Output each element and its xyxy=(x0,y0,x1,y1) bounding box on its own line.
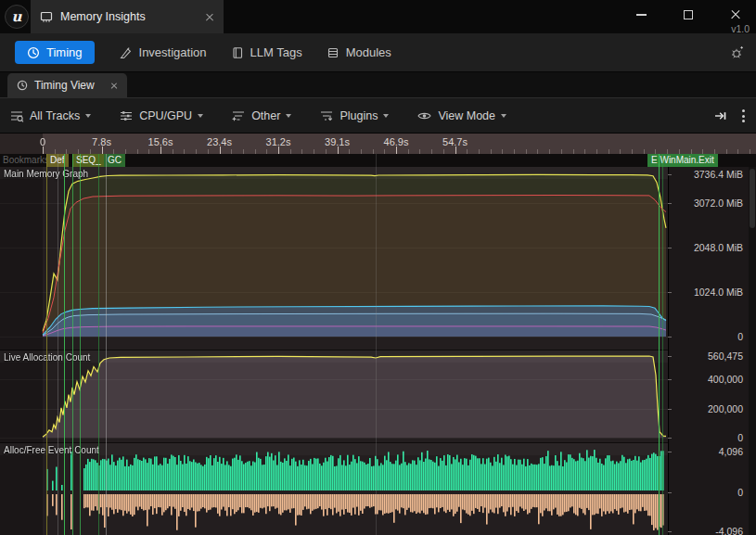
close-doc-tab-icon[interactable] xyxy=(110,82,118,89)
doc-tab-label: Timing View xyxy=(34,79,95,92)
ruler-tick xyxy=(102,146,103,154)
ruler-tick-label: 46.9s xyxy=(384,136,409,147)
axis-tick xyxy=(668,203,672,204)
track-header-live-alloc[interactable]: Live Allocation Count xyxy=(4,352,90,363)
axis-label: 0 xyxy=(737,331,743,342)
timeline-tracks[interactable]: Main Memory Graph Live Allocation Count … xyxy=(0,167,756,535)
axis-tick xyxy=(668,531,672,532)
book-icon xyxy=(231,46,244,59)
maximize-icon xyxy=(684,10,693,19)
ruler-tick xyxy=(455,146,456,154)
alloc-free-events-plot[interactable] xyxy=(0,443,668,535)
investigation-pen-icon xyxy=(119,46,133,59)
filterbar-right-controls xyxy=(713,98,745,134)
ruler-tick-label: 54.7s xyxy=(442,136,468,147)
bug-report-button[interactable] xyxy=(729,45,745,64)
scrollbar-thumb[interactable] xyxy=(750,169,755,228)
timing-marker-chip[interactable]: E WinMain.Exit xyxy=(647,154,718,167)
ruler-tick-label: 23.4s xyxy=(207,136,232,147)
tracks-filter-icon xyxy=(9,109,24,122)
skip-to-end-icon[interactable] xyxy=(713,109,727,122)
filter-plugins[interactable]: Plugins xyxy=(319,109,389,122)
filter-all-tracks[interactable]: All Tracks xyxy=(9,109,91,122)
filter-label: CPU/GPU xyxy=(139,109,192,122)
time-ruler[interactable]: 07.8s15.6s23.4s31.2s39.1s46.9s54.7s xyxy=(0,134,756,154)
track-header-main-memory[interactable]: Main Memory Graph xyxy=(4,169,88,179)
timing-marker-chip[interactable]: SEQ_ xyxy=(72,154,105,167)
main-memory-graph-plot[interactable] xyxy=(0,167,668,350)
tab-timing-view[interactable]: Timing View xyxy=(7,73,127,97)
axis-label: 0 xyxy=(737,487,743,498)
axis-tick xyxy=(668,292,672,293)
track-header-alloc-free[interactable]: Alloc/Free Event Count xyxy=(4,445,99,455)
toolbar-button-label: Modules xyxy=(346,45,391,59)
minimize-icon xyxy=(636,14,647,16)
app-tab-label: Memory Insights xyxy=(60,10,146,23)
axis-label: 400,000 xyxy=(708,374,743,385)
minimize-button[interactable] xyxy=(636,14,647,16)
unreal-logo: u xyxy=(5,5,29,29)
filter-label: View Mode xyxy=(438,109,495,122)
tab-modules[interactable]: Modules xyxy=(327,45,391,59)
chevron-down-icon xyxy=(198,114,203,118)
timing-marker-chip[interactable]: GC xyxy=(104,154,125,167)
track-header-strip xyxy=(0,167,756,179)
filter-toolbar: All Tracks CPU/GPU Other xyxy=(0,98,756,134)
ruler-tick-label: 15.6s xyxy=(148,136,173,147)
modules-icon xyxy=(327,46,340,59)
toolbar-button-label: Timing xyxy=(46,45,83,59)
chevron-down-icon xyxy=(286,114,291,118)
tab-investigation[interactable]: Investigation xyxy=(119,45,207,59)
timing-marker-chip[interactable]: Def xyxy=(46,154,69,167)
ruler-tick xyxy=(338,146,339,154)
overflow-menu-button[interactable] xyxy=(742,109,745,122)
toolbar-button-label: LLM Tags xyxy=(250,45,302,59)
maximize-button[interactable] xyxy=(684,10,693,19)
close-window-button[interactable] xyxy=(730,9,741,20)
filter-label: All Tracks xyxy=(30,109,80,122)
tab-llm-tags[interactable]: LLM Tags xyxy=(231,45,302,59)
live-allocation-plot[interactable] xyxy=(0,350,668,443)
axis-label: -4,096 xyxy=(715,526,743,535)
tab-timing[interactable]: Timing xyxy=(15,41,95,64)
track-header-strip xyxy=(0,350,756,363)
axis-tick xyxy=(668,492,672,493)
close-app-tab-icon[interactable] xyxy=(205,12,214,21)
filter-view-mode[interactable]: View Mode xyxy=(416,109,506,122)
clock-icon xyxy=(17,80,28,91)
axis-tick xyxy=(668,438,672,439)
ruler-tick-label: 31.2s xyxy=(266,136,291,147)
axis-label: 560,475 xyxy=(708,350,743,362)
filter-label: Plugins xyxy=(340,109,378,122)
clock-icon xyxy=(27,46,40,59)
main-toolbar: Timing Investigation LLM Tags Modules xyxy=(0,33,756,72)
axis-label: 0 xyxy=(737,432,743,443)
ruler-tick-label: 39.1s xyxy=(325,136,350,147)
axis-tick xyxy=(668,174,672,175)
markers-row: Bookmarks DefSEQ_GCE WinMain.Exit xyxy=(0,154,756,167)
axis-tick xyxy=(668,379,672,380)
filter-cpu-gpu[interactable]: CPU/GPU xyxy=(119,109,203,122)
bookmarks-label: Bookmarks xyxy=(3,155,49,165)
filter-star-icon xyxy=(231,109,246,122)
track-header-strip xyxy=(0,443,756,455)
ruler-tick xyxy=(396,146,397,154)
ruler-tick xyxy=(220,146,221,154)
axis-tick xyxy=(668,452,672,452)
app-tab-memory-insights[interactable]: Memory Insights xyxy=(31,0,224,33)
ruler-tick xyxy=(278,146,279,154)
chevron-down-icon xyxy=(501,114,506,118)
bug-icon xyxy=(729,45,745,60)
axis-label: 1024.0 MiB xyxy=(694,287,743,298)
filter-down-arrow-icon xyxy=(319,109,334,122)
axis-tick xyxy=(668,337,672,338)
sliders-icon xyxy=(119,109,134,122)
ruler-tick xyxy=(43,146,44,154)
vertical-scrollbar[interactable] xyxy=(749,167,756,535)
filter-other[interactable]: Other xyxy=(231,109,291,122)
toolbar-button-label: Investigation xyxy=(139,45,207,59)
axis-tick xyxy=(668,409,672,410)
version-label: v1.0 xyxy=(731,23,750,34)
chevron-down-icon xyxy=(85,114,91,118)
titlebar: u Memory Insights xyxy=(0,0,756,33)
